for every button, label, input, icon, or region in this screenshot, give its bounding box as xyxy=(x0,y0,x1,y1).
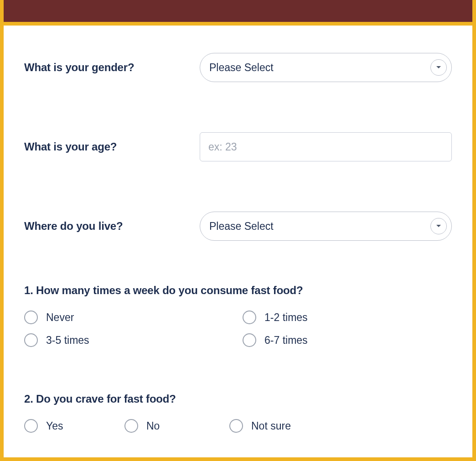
option-label: Not sure xyxy=(251,420,291,432)
option-label: 1-2 times xyxy=(264,311,308,324)
age-control xyxy=(200,132,452,161)
radio-icon xyxy=(24,419,38,433)
option-6-7-times[interactable]: 6-7 times xyxy=(243,333,452,347)
field-row-gender: What is your gender? Please Select xyxy=(24,53,452,82)
option-not-sure[interactable]: Not sure xyxy=(229,419,291,433)
question-1-options: Never 1-2 times 3-5 times 6-7 times xyxy=(24,311,452,347)
location-select[interactable]: Please Select xyxy=(200,212,452,241)
gender-select-text: Please Select xyxy=(209,62,274,74)
option-label: Never xyxy=(46,311,74,324)
gender-select[interactable]: Please Select xyxy=(200,53,452,82)
option-no[interactable]: No xyxy=(124,419,229,433)
header-bar xyxy=(4,0,472,22)
option-label: Yes xyxy=(46,420,63,432)
question-2-title: 2. Do you crave for fast food? xyxy=(24,393,452,405)
field-row-location: Where do you live? Please Select xyxy=(24,212,452,241)
option-label: 6-7 times xyxy=(264,334,308,347)
location-select-text: Please Select xyxy=(209,220,274,233)
question-2-options: Yes No Not sure xyxy=(24,419,452,433)
age-label: What is your age? xyxy=(24,140,200,153)
option-3-5-times[interactable]: 3-5 times xyxy=(24,333,233,347)
chevron-down-icon xyxy=(430,59,447,76)
chevron-down-icon xyxy=(430,218,447,234)
location-label: Where do you live? xyxy=(24,220,200,233)
radio-icon xyxy=(229,419,243,433)
option-label: 3-5 times xyxy=(46,334,89,347)
radio-icon xyxy=(24,311,38,324)
radio-icon xyxy=(24,333,38,347)
radio-icon xyxy=(124,419,138,433)
age-input[interactable] xyxy=(200,132,452,161)
form-frame: What is your gender? Please Select What … xyxy=(0,0,476,461)
option-never[interactable]: Never xyxy=(24,311,233,324)
question-2: 2. Do you crave for fast food? Yes No No… xyxy=(24,393,452,433)
radio-icon xyxy=(243,333,256,347)
question-1-title: 1. How many times a week do you consume … xyxy=(24,284,452,297)
field-row-age: What is your age? xyxy=(24,132,452,161)
gender-label: What is your gender? xyxy=(24,61,200,74)
location-control: Please Select xyxy=(200,212,452,241)
question-1: 1. How many times a week do you consume … xyxy=(24,284,452,347)
option-yes[interactable]: Yes xyxy=(24,419,124,433)
radio-icon xyxy=(243,311,256,324)
form-panel: What is your gender? Please Select What … xyxy=(4,26,472,457)
gender-control: Please Select xyxy=(200,53,452,82)
option-1-2-times[interactable]: 1-2 times xyxy=(243,311,452,324)
option-label: No xyxy=(146,420,160,432)
